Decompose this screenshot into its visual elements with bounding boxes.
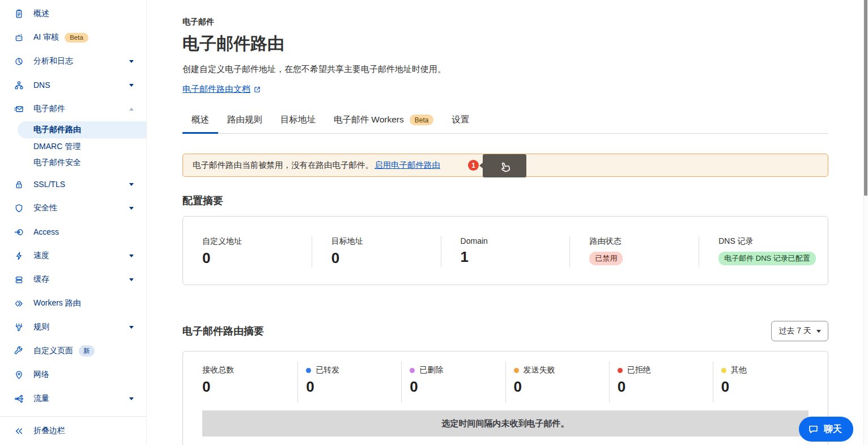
- stat-value: 0: [721, 378, 816, 396]
- sidebar-item-label: SSL/TLS: [33, 180, 65, 189]
- chevron-down-icon: [129, 84, 134, 87]
- sidebar-item-access[interactable]: Access: [0, 220, 146, 244]
- tab-email-workers[interactable]: 电子邮件 Workers Beta: [325, 108, 442, 133]
- sidebar-item-label: DNS: [33, 80, 50, 90]
- stat-label: DNS 记录: [718, 236, 828, 247]
- page-title: 电子邮件路由: [182, 32, 828, 56]
- chevron-down-icon: [129, 255, 134, 257]
- config-summary-heading: 配置摘要: [182, 194, 828, 207]
- sidebar-item-label: 网络: [33, 370, 49, 380]
- sidebar-item-label: AI 审核: [33, 32, 59, 43]
- page-scrollbar[interactable]: [863, 0, 868, 445]
- tab-label: 目标地址: [280, 114, 316, 126]
- collapse-sidebar-button[interactable]: 折叠边栏: [0, 417, 146, 445]
- sidebar-item-security[interactable]: 安全性: [0, 196, 146, 220]
- clipboard-icon: [14, 9, 24, 19]
- banner-text: 电子邮件路由当前被禁用，没有在路由电子邮件。: [193, 160, 373, 171]
- sidebar-item-label: Access: [33, 227, 59, 236]
- stat-delivery-failed: 发送失败 0: [505, 362, 609, 402]
- empty-state-message: 选定时间间隔内未收到电子邮件。: [202, 410, 809, 436]
- stat-label: 已拒绝: [627, 365, 651, 375]
- page-description: 创建自定义电子邮件地址，在您不希望共享主要电子邮件地址时使用。: [182, 64, 828, 75]
- legend-dot-rejected: [618, 368, 623, 373]
- beta-badge: Beta: [410, 115, 434, 125]
- tab-label: 概述: [192, 114, 209, 126]
- cursor-tooltip: [483, 154, 526, 177]
- sidebar-item-ssl-tls[interactable]: SSL/TLS: [0, 172, 146, 196]
- sidebar-item-overview[interactable]: 概述: [0, 2, 146, 26]
- sidebar-item-workers-routes[interactable]: Workers 路由: [0, 291, 146, 315]
- chevron-down-icon: [129, 326, 134, 329]
- sidebar-item-label: 概述: [33, 9, 49, 19]
- sidebar-item-label: 电子邮件安全: [33, 158, 81, 168]
- docs-link[interactable]: 电子邮件路由文档: [182, 84, 261, 95]
- sidebar: 概述 AI 审核 Beta 分析和日志 DNS 电子邮件 电子邮件路由 DMAR…: [0, 0, 147, 445]
- sidebar-item-email[interactable]: 电子邮件: [0, 97, 146, 121]
- sidebar-item-network[interactable]: 网络: [0, 363, 146, 387]
- time-range-dropdown[interactable]: 过去 7 天: [771, 321, 828, 341]
- sidebar-item-label: DMARC 管理: [33, 142, 80, 152]
- status-badge-disabled: 已禁用: [589, 252, 623, 265]
- email-summary-stats: 接收总数 0 已转发 0 已删除 0 发送失败: [194, 362, 816, 402]
- sidebar-item-rules[interactable]: 规则: [0, 315, 146, 339]
- stat-value: 0: [514, 378, 609, 396]
- pie-chart-icon: [14, 57, 24, 66]
- double-chevron-left-icon: [14, 426, 24, 436]
- tab-destination-addresses[interactable]: 目标地址: [271, 108, 325, 133]
- enable-email-routing-link[interactable]: 启用电子邮件路由: [375, 160, 440, 171]
- stat-label: 已转发: [316, 365, 339, 375]
- chat-button-label: 聊天: [824, 423, 842, 435]
- stat-domain: Domain 1: [441, 236, 570, 267]
- stat-value: 0: [202, 378, 297, 396]
- sidebar-item-label: 分析和日志: [33, 56, 73, 66]
- sidebar-item-analytics[interactable]: 分析和日志: [0, 49, 146, 73]
- sidebar-item-custom-pages[interactable]: 自定义页面 新: [0, 339, 146, 363]
- tab-bar: 概述 路由规则 目标地址 电子邮件 Workers Beta 设置: [182, 108, 828, 134]
- sidebar-item-cache[interactable]: 缓存: [0, 268, 146, 291]
- sidebar-item-email-security[interactable]: 电子邮件安全: [0, 155, 146, 171]
- tab-settings[interactable]: 设置: [442, 108, 478, 133]
- chevron-down-icon: [129, 278, 134, 281]
- chat-button[interactable]: 聊天: [799, 417, 853, 442]
- cache-stack-icon: [14, 275, 24, 285]
- stat-value: 0: [331, 249, 441, 267]
- sidebar-item-label: 缓存: [33, 274, 49, 285]
- click-marker-1: 1: [468, 160, 479, 171]
- chevron-down-icon: [129, 397, 134, 400]
- chevron-down-icon: [129, 183, 134, 186]
- sidebar-item-label: 自定义页面: [33, 346, 73, 356]
- time-range-label: 过去 7 天: [778, 326, 811, 336]
- tab-routing-rules[interactable]: 路由规则: [218, 108, 271, 133]
- lock-icon: [14, 180, 24, 189]
- stat-dns-records: DNS 记录 电子邮件 DNS 记录已配置: [699, 236, 828, 267]
- stat-label: 自定义地址: [202, 236, 312, 247]
- stat-total-received: 接收总数 0: [194, 362, 297, 402]
- sidebar-item-ai-audit[interactable]: AI 审核 Beta: [0, 26, 146, 49]
- chevron-up-icon: [129, 108, 134, 111]
- chevron-down-icon: [816, 330, 821, 333]
- disabled-warning-banner: 电子邮件路由当前被禁用，没有在路由电子邮件。 启用电子邮件路由 1: [182, 154, 828, 177]
- stat-value: 0: [410, 378, 505, 396]
- scrollbar-thumb[interactable]: [864, 0, 867, 196]
- envelope-icon: [14, 104, 24, 114]
- workers-chevrons-icon: [14, 299, 24, 308]
- sidebar-item-label: 流量: [33, 393, 49, 404]
- sidebar-item-email-routing[interactable]: 电子邮件路由: [18, 121, 146, 138]
- share-branch-icon: [14, 394, 24, 404]
- stat-label: 已删除: [419, 365, 443, 375]
- legend-dot-failed: [514, 368, 519, 373]
- sidebar-item-speed[interactable]: 速度: [0, 244, 146, 268]
- tab-overview[interactable]: 概述: [182, 108, 218, 133]
- status-badge-dns-configured: 电子邮件 DNS 记录已配置: [718, 252, 816, 265]
- sidebar-item-dmarc[interactable]: DMARC 管理: [0, 139, 146, 155]
- sidebar-item-traffic[interactable]: 流量: [0, 387, 146, 410]
- sidebar-item-label: 电子邮件: [33, 104, 65, 114]
- new-badge: 新: [79, 345, 95, 357]
- sidebar-item-label: 安全性: [33, 203, 57, 213]
- stat-rejected: 已拒绝 0: [609, 362, 713, 402]
- chat-bubble-icon: [808, 424, 819, 435]
- stat-custom-addresses: 自定义地址 0: [183, 236, 312, 267]
- stat-destination-addresses: 目标地址 0: [312, 236, 441, 267]
- email-summary-header: 电子邮件路由摘要 过去 7 天: [182, 321, 828, 341]
- sidebar-item-dns[interactable]: DNS: [0, 73, 146, 97]
